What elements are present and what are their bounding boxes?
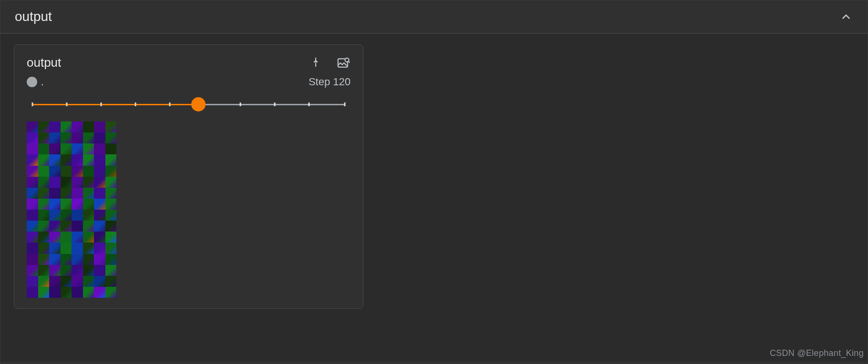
image-cell [72, 143, 83, 154]
run-name: . [41, 77, 44, 88]
image-cell [27, 166, 38, 177]
image-cell [38, 188, 50, 199]
image-cell [83, 188, 94, 199]
image-cell [38, 265, 50, 276]
slider-thumb[interactable] [191, 97, 206, 111]
image-cell [94, 254, 105, 265]
image-cell [72, 199, 83, 210]
image-cell [38, 154, 50, 165]
image-cell [61, 166, 72, 177]
output-panel: output output [0, 0, 868, 364]
image-cell [61, 254, 72, 265]
slider-tick [239, 102, 241, 106]
pin-button[interactable] [309, 56, 323, 70]
image-cell [49, 287, 61, 298]
image-cell [105, 177, 117, 188]
image-cell [27, 221, 38, 232]
image-cell [49, 232, 61, 243]
image-cell [61, 243, 72, 253]
collapse-toggle[interactable] [839, 10, 853, 24]
image-cell [49, 188, 61, 199]
image-cell [83, 210, 94, 221]
image-cell [105, 143, 117, 154]
slider-tick [274, 102, 275, 106]
image-cell [83, 243, 94, 253]
svg-point-1 [345, 58, 349, 61]
image-cell [72, 232, 83, 243]
actual-size-button[interactable] [336, 56, 351, 70]
image-cell [27, 243, 38, 253]
image-cell [83, 276, 94, 287]
image-cell [105, 121, 117, 132]
card-actions [309, 56, 351, 70]
image-cell [61, 232, 72, 243]
image-cell [49, 121, 61, 132]
image-cell [94, 121, 105, 132]
panel-title: output [15, 9, 52, 24]
image-cell [27, 232, 38, 243]
image-cell [38, 254, 50, 265]
image-cell [105, 210, 117, 221]
image-cell [83, 265, 94, 276]
image-cell [61, 276, 72, 287]
image-cell [94, 199, 105, 210]
image-search-icon [336, 55, 351, 71]
image-cell [27, 121, 38, 132]
image-cell [27, 132, 38, 143]
slider-track [32, 104, 345, 105]
image-cell [27, 210, 38, 221]
image-cell [94, 154, 105, 165]
image-cell [27, 265, 38, 276]
step-slider[interactable] [27, 95, 351, 114]
image-cell [27, 276, 38, 287]
image-cell [49, 143, 61, 154]
image-cell [72, 287, 83, 298]
image-cell [94, 221, 105, 232]
image-cell [27, 287, 38, 298]
image-cell [61, 121, 72, 132]
image-cell [72, 265, 83, 276]
image-cell [94, 265, 105, 276]
image-cell [38, 221, 50, 232]
image-cell [27, 199, 38, 210]
run-color-dot[interactable] [27, 77, 37, 87]
card-meta-row: . Step 120 [27, 76, 351, 88]
panel-body: output [0, 33, 868, 361]
image-cell [94, 166, 105, 177]
card-title: output [27, 55, 61, 70]
output-image[interactable] [27, 121, 116, 298]
image-cell [72, 188, 83, 199]
image-cell [72, 166, 83, 177]
image-cell [27, 188, 38, 199]
image-cell [61, 265, 72, 276]
image-cell [61, 177, 72, 188]
image-cell [72, 276, 83, 287]
image-cell [105, 243, 117, 253]
image-cell [49, 254, 61, 265]
image-cell [72, 154, 83, 165]
image-cell [49, 243, 61, 253]
image-cell [49, 132, 61, 143]
image-cell [83, 199, 94, 210]
image-cell [83, 154, 94, 165]
slider-tick [344, 102, 346, 106]
image-cell [94, 177, 105, 188]
image-cell [105, 232, 117, 243]
image-cell [72, 243, 83, 253]
card-header: output [27, 55, 351, 70]
image-cell [61, 221, 72, 232]
image-cell [61, 287, 72, 298]
image-cell [49, 276, 61, 287]
image-cell [105, 221, 117, 232]
image-cell [105, 276, 117, 287]
panel-header: output [0, 0, 868, 33]
image-cell [105, 254, 117, 265]
image-cell [49, 154, 61, 165]
image-cell [83, 166, 94, 177]
image-cell [83, 121, 94, 132]
image-cell [83, 287, 94, 298]
image-cell [94, 287, 105, 298]
image-cell [61, 143, 72, 154]
image-cell [38, 177, 50, 188]
image-cell [105, 154, 117, 165]
